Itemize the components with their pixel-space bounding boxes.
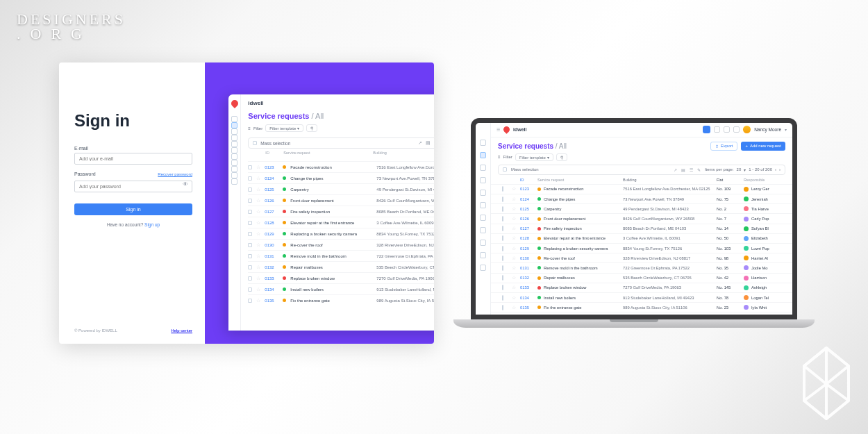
star-icon[interactable]: ☆ — [256, 176, 260, 181]
sidebar-item-calendar[interactable] — [231, 141, 237, 147]
col-flat[interactable]: Flat — [717, 178, 740, 182]
row-checkbox[interactable] — [248, 210, 252, 214]
row-checkbox[interactable] — [248, 299, 252, 303]
row-checkbox[interactable] — [502, 235, 503, 241]
star-icon[interactable]: ☆ — [511, 275, 517, 281]
star-icon[interactable]: ☆ — [511, 295, 517, 301]
row-checkbox[interactable] — [502, 305, 503, 310]
star-icon[interactable]: ☆ — [511, 256, 517, 261]
table-row[interactable]: ☆0129Replacing a broken security camera8… — [491, 243, 792, 253]
row-id[interactable]: 0125 — [265, 187, 278, 192]
row-checkbox[interactable] — [248, 221, 252, 225]
notifications-badge-icon[interactable] — [703, 126, 710, 133]
sidebar-item-buildings[interactable] — [480, 165, 486, 171]
table-row[interactable]: ☆0128Elevator repair at the first entran… — [491, 233, 792, 243]
row-id[interactable]: 0128 — [520, 236, 534, 240]
density-icon[interactable]: ▤ — [681, 167, 685, 172]
star-icon[interactable]: ☆ — [256, 242, 260, 248]
table-row[interactable]: ☆0132Repair mailboxes535 Beech CircleWat… — [491, 273, 792, 283]
table-row[interactable]: ☆0125Carpentry49 Pendergast St.Davison, … — [248, 183, 434, 194]
star-icon[interactable]: ☆ — [256, 220, 260, 226]
mass-select-checkbox[interactable] — [503, 167, 507, 172]
list-icon[interactable]: ☰ — [690, 167, 693, 172]
star-icon[interactable]: ☆ — [511, 285, 517, 290]
row-checkbox[interactable] — [502, 285, 503, 290]
sidebar-item-calendar[interactable] — [480, 190, 486, 196]
row-id[interactable]: 0123 — [520, 187, 534, 191]
table-row[interactable]: ☆0127Fire safety inspection8085 Beach Dr… — [491, 224, 792, 233]
row-checkbox[interactable] — [502, 265, 503, 271]
sidebar-item-user[interactable] — [480, 202, 486, 208]
table-row[interactable]: ☆0130Re-cover the roof328 Riverview Driv… — [248, 239, 434, 250]
star-icon[interactable]: ☆ — [256, 165, 260, 170]
row-id[interactable]: 0124 — [520, 197, 534, 201]
signin-button[interactable]: Sign in — [74, 203, 192, 215]
row-checkbox[interactable] — [502, 186, 503, 192]
filter-label[interactable]: Filter — [253, 126, 262, 131]
signup-link[interactable]: Sign up — [144, 222, 160, 227]
row-checkbox[interactable] — [502, 216, 503, 222]
row-id[interactable]: 0129 — [520, 247, 534, 251]
filter-icon[interactable]: ≡ — [498, 155, 501, 159]
sidebar-item-chat[interactable] — [231, 160, 237, 166]
row-checkbox[interactable] — [248, 254, 252, 258]
table-row[interactable]: ☆0131Remove mold in the bathroom722 Gree… — [491, 262, 792, 272]
filter-search-icon[interactable]: ⚲ — [306, 124, 317, 132]
table-row[interactable]: ☆0130Re-cover the roof328 Riverview Driv… — [491, 253, 792, 262]
edit-columns-icon[interactable]: ✎ — [697, 167, 701, 172]
table-row[interactable]: ☆0132Repair mailboxes535 Beech CircleWat… — [248, 261, 434, 272]
table-row[interactable]: ☆0133Replace broken window7270 Golf Driv… — [248, 272, 434, 283]
add-request-button[interactable]: +Add new request — [741, 142, 785, 151]
row-checkbox[interactable] — [248, 176, 252, 181]
sidebar-item-settings[interactable] — [480, 265, 486, 271]
chevron-down-icon[interactable]: ▾ — [744, 167, 746, 172]
col-service-request[interactable]: Service request — [537, 178, 619, 182]
row-id[interactable]: 0132 — [265, 265, 278, 269]
row-id[interactable]: 0135 — [520, 306, 534, 310]
table-row[interactable]: ☆0134Install new boilers913 Studebaker L… — [491, 292, 792, 302]
sidebar-item-folder[interactable] — [480, 177, 486, 183]
table-row[interactable]: ☆0123Facade reconstruction7516 East Long… — [248, 161, 434, 172]
table-row[interactable]: ☆0127Fire safety inspection8085 Beach Dr… — [248, 206, 434, 217]
table-row[interactable]: ☆0124Change the pipes73 Newport Ave.Powe… — [248, 172, 434, 183]
star-icon[interactable]: ☆ — [511, 206, 517, 212]
sidebar-item-chat[interactable] — [480, 227, 486, 233]
row-id[interactable]: 0128 — [265, 221, 278, 225]
row-checkbox[interactable] — [502, 197, 503, 202]
recover-password-link[interactable]: Recover password — [158, 172, 192, 176]
sidebar-item-requests[interactable] — [480, 152, 486, 158]
col-building[interactable]: Building — [623, 178, 713, 182]
star-icon[interactable]: ☆ — [511, 216, 517, 222]
col-building[interactable]: Building — [373, 151, 434, 155]
email-input[interactable] — [74, 153, 192, 165]
sidebar-item-dashboard[interactable] — [231, 116, 237, 122]
toggle-password-visibility-icon[interactable]: 👁 — [183, 181, 188, 187]
row-checkbox[interactable] — [248, 243, 252, 247]
expand-icon[interactable]: ↗ — [674, 167, 677, 172]
table-row[interactable]: ☆0134Install new boilers913 Studebaker L… — [248, 283, 434, 294]
row-checkbox[interactable] — [248, 187, 252, 192]
row-checkbox[interactable] — [502, 275, 503, 281]
row-id[interactable]: 0134 — [520, 296, 534, 300]
col-id[interactable]: ID — [265, 151, 279, 155]
filter-search-icon[interactable]: ⚲ — [556, 153, 567, 161]
export-button[interactable]: ⇪Export — [710, 142, 737, 151]
sidebar-item-dashboard[interactable] — [480, 140, 486, 146]
row-checkbox[interactable] — [502, 226, 503, 231]
star-icon[interactable]: ☆ — [511, 197, 517, 202]
filter-template-select[interactable]: Filter template ▾ — [265, 124, 303, 132]
row-id[interactable]: 0133 — [520, 285, 534, 290]
help-icon[interactable] — [714, 126, 720, 133]
row-id[interactable]: 0131 — [265, 254, 278, 258]
star-icon[interactable]: ☆ — [256, 287, 260, 292]
sidebar-item-tool[interactable] — [231, 166, 237, 172]
table-row[interactable]: ☆0123Facade reconstruction7516 East Long… — [491, 184, 792, 194]
menu-toggle-icon[interactable]: ☰ — [496, 127, 500, 132]
table-row[interactable]: ☆0126Front door replacement8426 Gulf Cou… — [248, 194, 434, 206]
row-id[interactable]: 0131 — [520, 266, 534, 270]
row-id[interactable]: 0127 — [265, 210, 278, 214]
row-checkbox[interactable] — [502, 295, 503, 301]
table-row[interactable]: ☆0131Remove mold in the bathroom722 Gree… — [248, 250, 434, 261]
filter-template-select[interactable]: Filter template ▾ — [515, 153, 553, 161]
filter-icon[interactable]: ≡ — [248, 126, 251, 131]
